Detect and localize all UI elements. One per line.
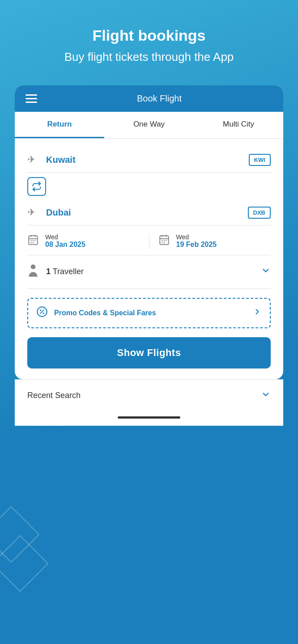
- recent-search-label: Recent Search: [27, 391, 261, 400]
- from-airport-code: KWI: [249, 154, 271, 166]
- traveller-dropdown-icon: [261, 266, 271, 278]
- background-decoration: [0, 514, 40, 564]
- to-row[interactable]: ✈ Dubai DXB: [27, 200, 271, 225]
- show-flights-button[interactable]: Show Flights: [27, 337, 271, 369]
- departure-full-date: 08 Jan 2025: [45, 241, 85, 249]
- traveller-label: 1 Traveller: [46, 267, 255, 276]
- svg-rect-0: [29, 236, 38, 245]
- return-calendar-icon: [158, 234, 171, 248]
- promo-chevron-icon: [253, 307, 262, 318]
- date-divider: [149, 233, 149, 249]
- bottom-section: Recent Search: [15, 379, 283, 426]
- svg-rect-13: [162, 240, 162, 241]
- svg-point-18: [31, 264, 36, 269]
- card-header: Book Flight: [15, 85, 283, 112]
- arrival-plane-icon: ✈: [27, 207, 40, 218]
- svg-rect-17: [163, 242, 164, 243]
- page-title: Flight bookings: [64, 27, 234, 44]
- return-date-picker[interactable]: Wed 19 Feb 2025: [158, 233, 271, 249]
- travellers-row[interactable]: 1 Traveller: [27, 255, 271, 289]
- departure-date-picker[interactable]: Wed 08 Jan 2025: [27, 233, 140, 249]
- to-airport-code: DXB: [248, 207, 271, 219]
- departure-plane-icon: ✈: [27, 154, 40, 165]
- departure-calendar-icon: [27, 234, 40, 248]
- home-indicator: [15, 412, 283, 426]
- swap-button[interactable]: [27, 177, 46, 196]
- svg-rect-9: [160, 236, 169, 245]
- promo-label: Promo Codes & Special Fares: [54, 309, 247, 317]
- departure-day: Wed: [45, 233, 85, 241]
- page-subtitle: Buy flight tickets through the App: [64, 50, 234, 65]
- return-date-text: Wed 19 Feb 2025: [176, 233, 217, 249]
- svg-rect-8: [33, 242, 34, 243]
- form-content: ✈ Kuwait KWI ✈ Dubai DXB: [15, 139, 283, 379]
- flight-type-tabs: Return One Way Multi City: [15, 112, 283, 139]
- card-title: Book Flight: [46, 93, 272, 104]
- recent-search-chevron-icon: [261, 390, 271, 402]
- menu-button[interactable]: [26, 94, 37, 103]
- svg-rect-5: [33, 240, 34, 241]
- route-section: ✈ Kuwait KWI ✈ Dubai DXB: [27, 148, 271, 225]
- return-full-date: 19 Feb 2025: [176, 241, 217, 249]
- home-bar: [118, 416, 180, 419]
- svg-rect-16: [162, 242, 162, 243]
- from-city: Kuwait: [46, 155, 243, 165]
- hero-section: Flight bookings Buy flight tickets throu…: [47, 0, 252, 78]
- person-icon: [27, 263, 40, 280]
- booking-card: Book Flight Return One Way Multi City ✈ …: [15, 85, 283, 379]
- to-city: Dubai: [46, 208, 242, 218]
- svg-rect-15: [166, 240, 166, 241]
- recent-search-row[interactable]: Recent Search: [15, 379, 283, 412]
- tab-multi-city[interactable]: Multi City: [194, 112, 283, 138]
- return-day: Wed: [176, 233, 217, 241]
- from-row[interactable]: ✈ Kuwait KWI: [27, 148, 271, 173]
- swap-row: [27, 173, 271, 200]
- tab-one-way[interactable]: One Way: [104, 112, 194, 138]
- departure-date-text: Wed 08 Jan 2025: [45, 233, 85, 249]
- promo-section[interactable]: Promo Codes & Special Fares: [27, 298, 271, 328]
- dates-section: Wed 08 Jan 2025: [27, 225, 271, 255]
- svg-rect-7: [31, 242, 32, 243]
- promo-icon: [36, 306, 48, 320]
- tab-return[interactable]: Return: [15, 112, 104, 138]
- svg-rect-14: [163, 240, 164, 241]
- svg-rect-4: [31, 240, 32, 241]
- svg-rect-6: [34, 240, 35, 241]
